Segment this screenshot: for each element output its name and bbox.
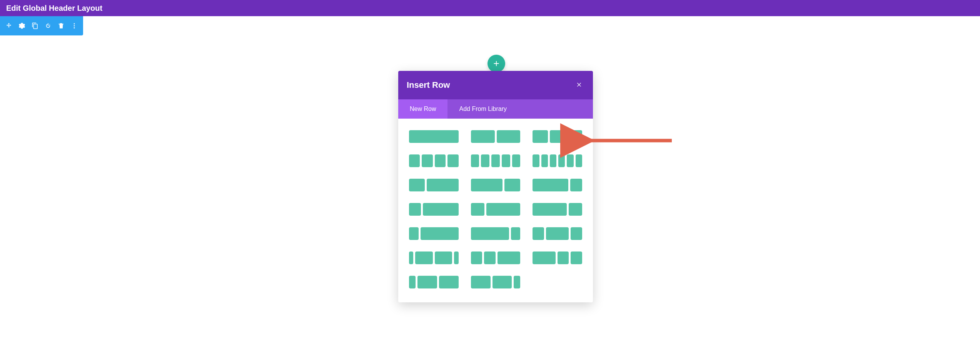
layout-option-2[interactable] — [533, 130, 582, 143]
layout-grid — [398, 119, 593, 302]
layout-option-9[interactable] — [409, 203, 459, 216]
layout-option-4[interactable] — [471, 154, 521, 167]
layout-option-8[interactable] — [533, 179, 582, 191]
modal-title: Insert Row — [407, 80, 450, 90]
trash-icon[interactable] — [58, 22, 65, 29]
move-icon[interactable] — [5, 22, 12, 29]
layout-option-5[interactable] — [533, 154, 582, 167]
layout-option-17[interactable] — [533, 251, 582, 264]
add-row-button[interactable] — [487, 55, 505, 72]
insert-row-modal: Insert Row New Row Add From Library — [398, 71, 593, 302]
layout-option-12[interactable] — [409, 227, 459, 240]
duplicate-icon[interactable] — [32, 22, 38, 29]
layout-option-16[interactable] — [471, 251, 521, 264]
layout-option-13[interactable] — [471, 227, 521, 240]
close-editor-button[interactable] — [968, 2, 974, 14]
layout-option-3[interactable] — [409, 154, 459, 167]
tab-new-row[interactable]: New Row — [398, 99, 447, 119]
layout-option-14[interactable] — [533, 227, 582, 240]
more-icon[interactable] — [71, 22, 78, 29]
layout-option-18[interactable] — [409, 276, 459, 288]
page-title: Edit Global Header Layout — [6, 4, 102, 13]
svg-point-2 — [74, 27, 75, 29]
layout-option-1[interactable] — [471, 130, 521, 143]
modal-header: Insert Row — [398, 71, 593, 99]
layout-option-7[interactable] — [471, 179, 521, 191]
modal-tabs: New Row Add From Library — [398, 99, 593, 119]
section-toolbar — [0, 16, 83, 35]
layout-option-19[interactable] — [471, 276, 521, 288]
svg-point-1 — [74, 25, 75, 27]
close-modal-button[interactable] — [574, 79, 584, 92]
layout-option-6[interactable] — [409, 179, 459, 191]
layout-option-10[interactable] — [471, 203, 521, 216]
layout-option-15[interactable] — [409, 251, 459, 264]
tab-add-from-library[interactable]: Add From Library — [447, 99, 518, 119]
svg-point-0 — [74, 23, 75, 24]
power-icon[interactable] — [45, 22, 52, 29]
arrow-annotation — [583, 135, 676, 148]
gear-icon[interactable] — [18, 22, 25, 29]
layout-option-11[interactable] — [533, 203, 582, 216]
top-bar: Edit Global Header Layout — [0, 0, 980, 16]
layout-option-0[interactable] — [409, 130, 459, 143]
